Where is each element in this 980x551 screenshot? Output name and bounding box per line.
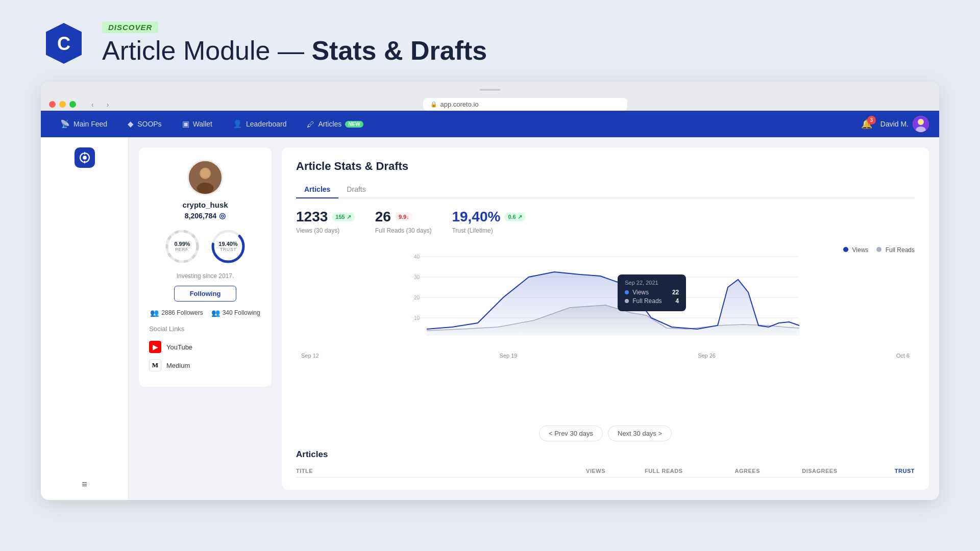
svg-point-11 [197,183,214,194]
views-badge: 155 ↗ [332,213,354,221]
sidebar: ≡ [41,137,129,500]
svg-text:30: 30 [414,274,420,280]
browser-window: ‹ › 🔒 app.coreto.io 📡 Main Feed ◆ SOOPs … [41,82,939,500]
soops-icon: ◆ [128,119,134,129]
tooltip-views-row: Views 22 [625,289,679,296]
forward-arrow[interactable]: › [102,98,114,111]
browser-controls: ‹ › 🔒 app.coreto.io [49,98,931,111]
chart-legend: Views Full Reads [843,246,915,254]
nav-arrows: ‹ › [86,98,114,111]
trust-circle-text: 19.40% TRUST [218,241,237,252]
nav-item-main-feed[interactable]: 📡 Main Feed [51,115,116,133]
notif-count: 3 [867,116,876,124]
col-full-reads-header: FULL READS [605,468,683,474]
investing-since: Investing since 2017. [177,272,234,280]
next-30-days-button[interactable]: Next 30 days > [608,425,672,441]
nav-item-wallet[interactable]: ▣ Wallet [173,115,222,133]
legend-full-reads-dot [876,247,881,252]
browser-chrome: ‹ › 🔒 app.coreto.io [41,82,939,111]
social-link-youtube[interactable]: ▶ YouTube [149,338,261,356]
legend-full-reads: Full Reads [876,246,915,254]
nav-item-leaderboard[interactable]: 👤 Leaderboard [224,115,296,133]
header-text: DISCOVER Article Module — Stats & Drafts [102,21,487,65]
tooltip-full-reads-dot [625,299,629,303]
page-header: C DISCOVER Article Module — Stats & Draf… [0,0,980,82]
notifications-bell[interactable]: 🔔 3 [861,118,872,130]
prev-30-days-button[interactable]: < Prev 30 days [539,425,603,441]
svg-point-6 [83,156,87,160]
app-logo: C [41,20,87,66]
discover-badge: DISCOVER [102,21,158,33]
page-title: Article Module — Stats & Drafts [102,36,487,65]
articles-new-badge: NEW [345,121,363,128]
sidebar-logo [75,147,95,168]
close-button[interactable] [49,101,56,108]
traffic-lights [49,101,76,108]
tab-articles[interactable]: Articles [296,181,338,198]
articles-icon: 🖊 [307,120,314,129]
tabs-row: Articles Drafts [296,181,915,198]
col-title-header: TITLE [296,468,528,474]
x-label-sep26: Sep 26 [698,353,716,359]
chart-container: Views Full Reads 4 [296,246,915,419]
nav-item-articles[interactable]: 🖊 Articles NEW [298,115,372,133]
user-avatar [913,116,929,132]
x-label-sep19: Sep 19 [500,353,518,359]
profile-card: crypto_husk 8,206,784 ◎ 0.99% PER [139,147,272,387]
svg-text:10: 10 [414,315,420,321]
top-nav: 📡 Main Feed ◆ SOOPs ▣ Wallet 👤 Leaderboa… [41,111,939,137]
following-button[interactable]: Following [174,286,237,302]
perf-circle: 0.99% PERF. [164,229,200,264]
full-reads-value: 26 [375,209,391,225]
chart-svg: 40 30 20 10 [296,246,915,348]
chart-tooltip: Sep 22, 2021 Views 22 Full Reads 4 [618,274,686,311]
scroll-indicator [480,89,500,91]
x-label-oct6: Oct 6 [896,353,910,359]
tooltip-full-reads-row: Full Reads 4 [625,297,679,305]
kpi-views: 1233 155 ↗ Views (30 days) [296,209,355,234]
medium-icon: M [149,359,161,371]
nav-right: 🔔 3 David M. [861,116,929,132]
stats-panel: Article Stats & Drafts Articles Drafts 1… [282,147,929,490]
legend-views-dot [843,247,848,252]
profile-points: 8,206,784 ◎ [185,211,226,220]
user-menu[interactable]: David M. [880,116,929,132]
sidebar-menu-icon[interactable]: ≡ [82,479,87,490]
views-label: Views (30 days) [296,227,355,234]
address-bar[interactable]: 🔒 app.coreto.io [423,98,627,111]
nav-item-soops[interactable]: ◆ SOOPs [118,115,170,133]
articles-table: TITLE VIEWS FULL READS AGREES DISAGREES … [296,465,915,478]
svg-text:C: C [57,33,70,54]
fullscreen-button[interactable] [69,101,76,108]
back-arrow[interactable]: ‹ [86,98,99,111]
perf-circle-text: 0.99% PERF. [174,241,190,252]
followers-icon: 👥 [150,309,159,317]
leaderboard-icon: 👤 [233,119,242,129]
kpi-trust: 19,40% 0.6 ↗ Trust (Lifetime) [452,209,525,234]
chart-navigation: < Prev 30 days Next 30 days > [296,425,915,441]
minimize-button[interactable] [59,101,66,108]
profile-avatar [187,160,223,195]
core-token-icon: ◎ [219,211,226,220]
trust-circle: 19.40% TRUST [210,229,246,264]
tooltip-date: Sep 22, 2021 [625,280,679,286]
stats-title: Article Stats & Drafts [296,160,915,173]
articles-section: Articles TITLE VIEWS FULL READS AGREES D… [296,449,915,478]
stats-circles: 0.99% PERF. 19.40% TRUST [149,229,261,264]
col-views-header: VIEWS [528,468,606,474]
x-label-sep12: Sep 12 [301,353,319,359]
social-link-medium[interactable]: M Medium [149,356,261,374]
profile-username: crypto_husk [182,201,228,209]
trust-label: Trust (Lifetime) [452,227,525,234]
lock-icon: 🔒 [430,101,437,108]
tab-drafts[interactable]: Drafts [338,181,374,198]
full-reads-badge: 9.9↓ [395,213,413,221]
views-value: 1233 [296,209,328,225]
wallet-icon: ▣ [182,119,189,129]
main-content: crypto_husk 8,206,784 ◎ 0.99% PER [129,137,939,500]
table-header: TITLE VIEWS FULL READS AGREES DISAGREES … [296,465,915,478]
legend-views: Views [843,246,868,254]
app-layout: ≡ crypto_husk 8,206,784 ◎ [41,137,939,500]
chart-x-labels: Sep 12 Sep 19 Sep 26 Oct 6 [296,350,915,359]
trust-value: 19,40% [452,209,500,225]
